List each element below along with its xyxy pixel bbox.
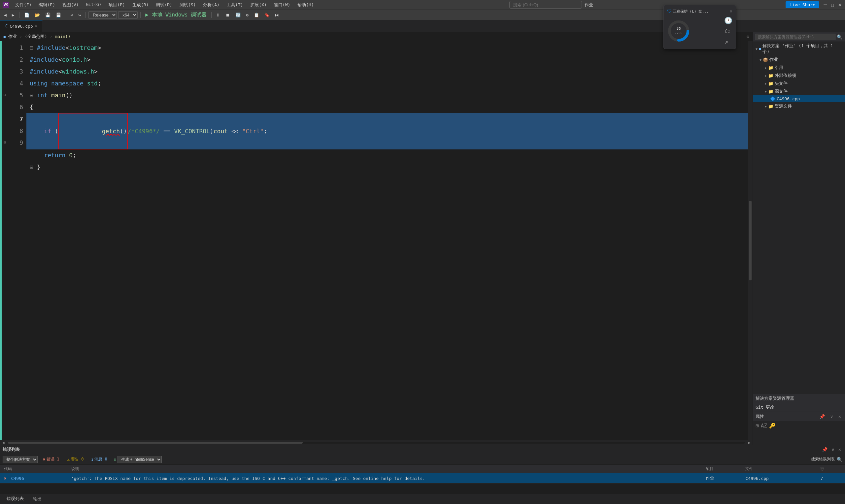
toolbar-extra-1[interactable]: ⏸ [214,12,223,18]
solution-search-input[interactable] [756,34,835,40]
col-line[interactable]: 行 [816,465,845,473]
close-button[interactable]: × [837,2,842,7]
build-config-select[interactable]: Release [88,11,117,19]
menu-debug[interactable]: 调试(D) [153,1,175,9]
bottom-panel-close-icon[interactable]: × [837,446,842,453]
platform-select[interactable]: x64 [118,11,138,19]
av-action-icons: 🕐 🗂 ↗ [724,17,733,46]
error-filter-select[interactable]: 整个解决方案 [3,456,38,463]
source-files-label: 源文件 [775,88,788,94]
maximize-button[interactable]: □ [830,2,835,7]
menu-project[interactable]: 项目(P) [105,1,128,9]
menu-file[interactable]: 文件(F) [12,1,35,9]
tree-project[interactable]: ▼ 📦 作业 [753,56,845,64]
bottom-panel-chevron-icon[interactable]: ∨ [830,446,835,453]
title-bar-center: 作业 [509,1,593,8]
toolbar-save-btn[interactable]: 💾 [43,12,52,18]
horizontal-scrollbar[interactable]: ◀ ▶ [0,440,753,445]
toolbar-redo-btn[interactable]: ↪ [76,12,83,18]
solution-explorer-footer-tab1[interactable]: 解决方案资源管理器 [753,394,845,403]
scroll-left-btn[interactable]: ◀ [0,440,6,445]
global-search-input[interactable] [509,1,582,8]
tab-c4996-cpp[interactable]: C C4996.cpp × [0,20,42,32]
properties-pin-icon[interactable]: 📌 [818,413,826,420]
cpp-file-icon: C [5,24,7,29]
col-file[interactable]: 文件 [741,465,816,473]
tree-headers[interactable]: ▶ 📁 头文件 [753,79,845,87]
fold-button-main[interactable]: ⊟ [2,89,8,101]
error-search-icon[interactable]: 🔍 [837,457,842,462]
tab-error-list[interactable]: 错误列表 [3,495,28,503]
menu-test[interactable]: 测试(S) [176,1,199,9]
menu-analyze[interactable]: 分析(A) [200,1,223,9]
toolbar-extra-6[interactable]: 🔖 [262,12,272,18]
col-description[interactable]: 说明 [67,465,702,473]
title-label: 作业 [584,2,593,8]
minimize-button[interactable]: ─ [823,2,828,7]
toolbar-extra-4[interactable]: ⚙ [244,12,250,18]
toolbar-save-all-btn[interactable]: 💾 [54,12,63,18]
av-folder-button[interactable]: 🗂 [724,27,733,35]
tree-resources[interactable]: ▶ 📁 资源文件 [753,102,845,110]
warning-count-badge[interactable]: ⚠ 警告 0 [65,456,87,463]
toolbar-extra-5[interactable]: 📋 [252,12,261,18]
tree-references[interactable]: ▶ 📁 引用 [753,64,845,72]
menu-build[interactable]: 生成(B) [129,1,152,9]
breadcrumb-sep-2: › [50,34,52,39]
breadcrumb-expand-icon[interactable]: ⊕ [746,34,749,39]
h-scrollbar-thumb[interactable] [8,442,303,444]
toolbar-open-btn[interactable]: 📂 [33,12,42,18]
h-scrollbar-track[interactable] [8,442,745,444]
av-export-button[interactable]: ↗ [724,38,733,46]
properties-close-icon[interactable]: × [837,413,842,420]
tab-close-button[interactable]: × [35,24,37,29]
run-debug-button[interactable]: ▶ 本地 Windows 调试器 [143,11,209,19]
properties-chevron-icon[interactable]: ∨ [829,413,834,420]
scrollbar-thumb[interactable] [749,201,752,281]
error-count-badge[interactable]: ✖ 错误 1 [40,456,62,463]
build-intellisense-badge[interactable]: ⚙ 生成 + IntelliSense [114,456,162,463]
tree-source-files[interactable]: ▼ 📁 源文件 [753,87,845,95]
properties-grid-icon[interactable]: ⊞ [756,422,759,429]
error-row-1[interactable]: ✖ C4996 'getch': The POSIX name for this… [0,473,845,484]
live-share-button[interactable]: Live Share [786,1,819,8]
vertical-scrollbar[interactable] [748,41,753,440]
scroll-right-btn[interactable]: ▶ [746,440,753,445]
code-container[interactable]: ⊟ ⊟ 1 2 3 4 5 6 7 8 9 [0,41,753,440]
toolbar-undo-btn[interactable]: ↩ [69,12,75,18]
toolbar-extra-3[interactable]: 🔄 [233,12,243,18]
toolbar-back-btn[interactable]: ◀ [2,12,8,18]
tree-solution-root[interactable]: ▼ ◼ 解决方案 '作业' (1 个项目，共 1 个) [753,42,845,56]
menu-extensions[interactable]: 扩展(X) [247,1,270,9]
resources-label: 资源文件 [775,103,792,109]
col-code[interactable]: 代码 [0,465,67,473]
menu-git[interactable]: Git(G) [83,1,105,9]
toolbar-new-btn[interactable]: 📄 [22,12,31,18]
tab-output[interactable]: 输出 [29,495,46,503]
av-title: 🛡 正在保护 (E) 盘... [667,8,709,14]
tree-external-deps[interactable]: ▶ 📁 外部依赖项 [753,72,845,79]
av-close-button[interactable]: × [730,8,733,14]
menu-edit[interactable]: 编辑(E) [35,1,58,9]
menu-view[interactable]: 视图(V) [59,1,82,9]
toolbar-extra-2[interactable]: ⏹ [224,12,232,18]
solution-search-icon[interactable]: 🔍 [837,34,842,40]
fold-button-close[interactable]: ⊟ [2,136,8,148]
bottom-panel-pin-icon[interactable]: 📌 [821,446,829,453]
menu-help[interactable]: 帮助(H) [294,1,317,9]
menu-window[interactable]: 窗口(W) [271,1,294,9]
col-project[interactable]: 项目 [702,465,741,473]
av-history-button[interactable]: 🕐 [724,17,733,24]
solution-explorer-footer-tab2[interactable]: Git 更改 [753,403,845,412]
properties-az-icon[interactable]: AZ [761,422,767,429]
toolbar-fwd-btn[interactable]: ▶ [10,12,17,18]
toolbar-extra-7[interactable]: ⏭ [273,12,281,18]
tree-cpp-file[interactable]: 🔷 C4996.cpp [753,95,845,102]
message-count-badge[interactable]: ℹ 消息 0 [89,456,110,463]
code-editor[interactable]: ⊟ #include<iostream> #include<conio.h> #… [27,41,748,440]
fold-margin: ⊟ ⊟ [2,41,8,440]
code-line-9: ⊟ } [27,161,748,173]
properties-key-icon[interactable]: 🔑 [769,422,776,429]
menu-tools[interactable]: 工具(T) [224,1,246,9]
build-filter-select[interactable]: 生成 + IntelliSense [118,456,162,463]
